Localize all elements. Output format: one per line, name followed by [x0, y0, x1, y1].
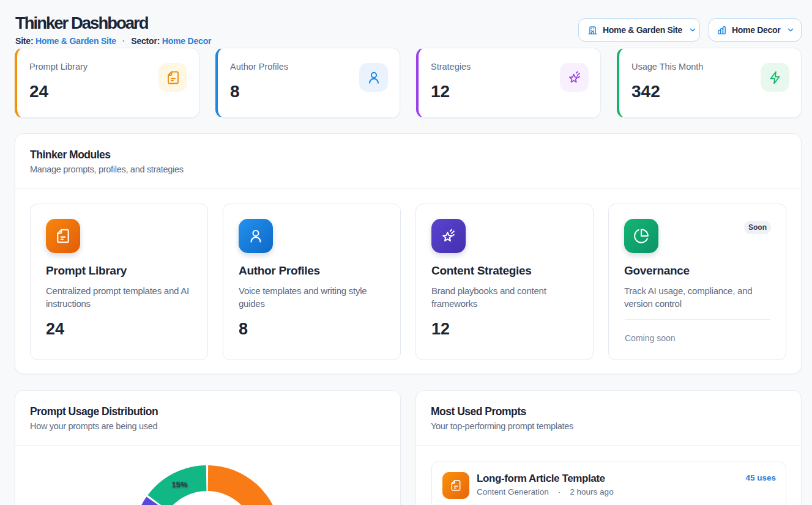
svg-text:15%: 15% [171, 480, 187, 489]
